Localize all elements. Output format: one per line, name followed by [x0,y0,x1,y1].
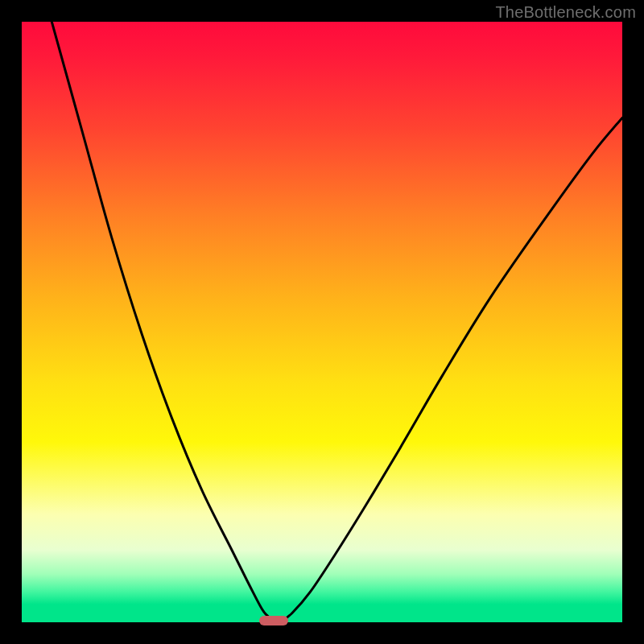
curve-left-branch [52,22,274,622]
optimum-marker [259,616,288,625]
watermark-text: TheBottleneck.com [495,3,636,22]
chart-plot-area [22,22,622,622]
curve-right-branch [280,118,622,622]
bottleneck-curves [22,22,622,622]
